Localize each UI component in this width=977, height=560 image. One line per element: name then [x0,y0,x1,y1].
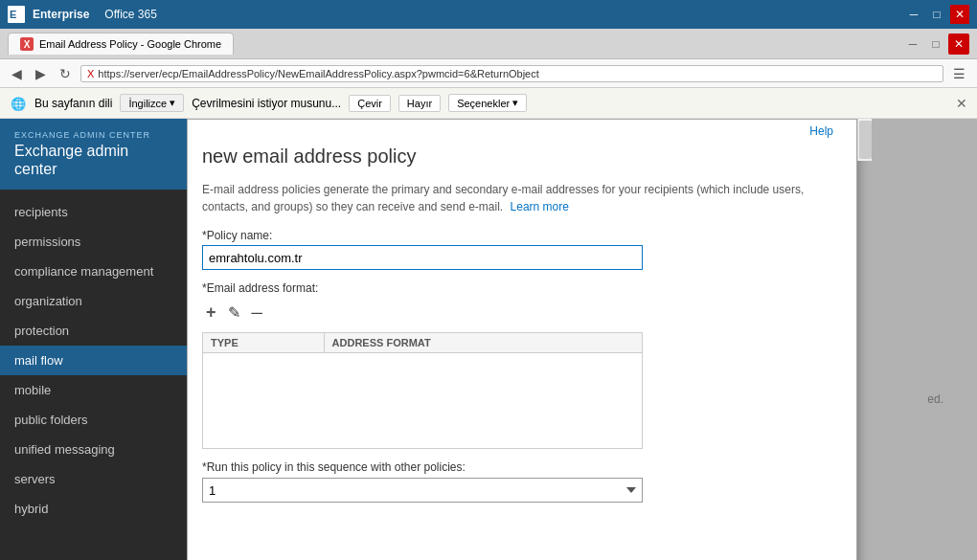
tab-title: Email Address Policy - Google Chrome [39,38,221,50]
forward-button[interactable]: ▶ [32,64,50,83]
dialog-title: new email address policy [188,138,856,171]
translate-options-button[interactable]: Seçenekler ▾ [448,94,527,112]
translation-question: Çevrilmesini istiyor musunu... [192,97,341,110]
secure-icon: X [87,68,94,79]
add-format-button[interactable]: + [202,301,220,325]
scrollbar-thumb[interactable] [859,121,872,159]
sequence-select[interactable]: 1 2 3 4 5 [202,478,643,503]
sidebar-item-mailflow[interactable]: mail flow [0,346,187,375]
translate-button[interactable]: Çevir [349,95,391,112]
main-content: Exchange admin center Exchange admin cen… [0,119,977,560]
svg-text:🌐: 🌐 [11,96,26,111]
chrome-controls: ─ □ ✕ [902,34,969,55]
email-format-toolbar: + ✎ ─ [202,301,842,325]
enterprise-bar: E Enterprise Office 365 ─ □ ✕ [0,0,977,29]
chrome-close-button[interactable]: ✕ [948,34,969,55]
dialog-description: E-mail address policies generate the pri… [202,181,842,215]
close-window-button[interactable]: ✕ [950,5,969,24]
favicon-label: X [20,37,34,51]
svg-text:E: E [10,9,16,20]
refresh-button[interactable]: ↻ [56,64,75,83]
maximize-button[interactable]: □ [927,5,946,24]
enterprise-name-label: Enterprise [33,8,89,21]
chrome-maximize-button[interactable]: □ [925,34,946,55]
col-address-format-header: ADDRESS FORMAT [324,333,642,353]
sidebar-item-compliance[interactable]: compliance management [0,257,187,286]
back-button[interactable]: ◀ [8,64,26,83]
dialog-overlay: Help new email address policy E-mail add… [187,119,977,560]
empty-row-cell [203,353,643,449]
col-type-header: TYPE [203,333,325,353]
sidebar-item-recipients[interactable]: recipients [0,197,187,227]
sidebar-item-protection[interactable]: protection [0,316,187,346]
sequence-group: *Run this policy in this sequence with o… [202,460,842,503]
lang-chevron-icon: ▾ [170,97,175,109]
email-format-group: *Email address format: + ✎ ─ TYPE ADDRES… [202,281,842,449]
translation-prefix: Bu sayfanın dili [34,97,112,110]
enterprise-suite-label: Office 365 [104,8,156,21]
settings-button[interactable]: ☰ [949,64,969,83]
sidebar-item-organization[interactable]: organization [0,286,187,316]
sequence-label: *Run this policy in this sequence with o… [202,460,842,474]
chrome-minimize-button[interactable]: ─ [902,34,923,55]
no-translate-button[interactable]: Hayır [398,95,441,112]
enterprise-logo: E [8,6,25,23]
email-policy-dialog: Help new email address policy E-mail add… [187,119,857,560]
dialog-scrollbar[interactable] [857,119,872,161]
language-selector[interactable]: İngilizce ▾ [120,94,184,112]
email-format-label: *Email address format: [202,281,842,295]
sidebar-app-title: Exchange admin center [14,130,172,140]
options-chevron-icon: ▾ [512,97,518,109]
sidebar-header: Exchange admin center Exchange admin cen… [0,119,187,190]
edit-format-button[interactable]: ✎ [224,302,244,324]
sidebar-main-title: Exchange admin center [14,142,172,178]
content-panel: rules ser... + NAM Def ed. Help new emai… [187,119,977,560]
email-format-table: TYPE ADDRESS FORMAT [202,332,643,449]
chrome-tab[interactable]: X Email Address Policy - Google Chrome [8,33,234,55]
sidebar-item-permissions[interactable]: permissions [0,227,187,257]
remove-format-button[interactable]: ─ [248,302,266,324]
sidebar-item-servers[interactable]: servers [0,464,187,494]
table-row-empty [203,353,643,449]
chrome-title-bar: X Email Address Policy - Google Chrome ─… [0,29,977,59]
policy-name-label: *Policy name: [202,229,842,242]
minimize-button[interactable]: ─ [904,5,923,24]
dialog-body: E-mail address policies generate the pri… [188,171,856,560]
address-url-text: https://server/ecp/EmailAddressPolicy/Ne… [98,68,538,79]
translation-bar: 🌐 Bu sayfanın dili İngilizce ▾ Çevrilmes… [0,88,977,119]
tab-favicon: X [20,37,34,51]
sidebar-nav: recipients permissions compliance manage… [0,190,187,531]
translate-icon: 🌐 [10,95,27,112]
translation-close-button[interactable]: ✕ [956,96,967,111]
policy-name-input[interactable] [202,245,643,270]
policy-name-group: *Policy name: [202,229,842,270]
sidebar-item-hybrid[interactable]: hybrid [0,494,187,524]
chrome-address-bar: ◀ ▶ ↻ X https://server/ecp/EmailAddressP… [0,59,977,88]
learn-more-link[interactable]: Learn more [511,200,569,213]
sidebar-item-unifiedmessaging[interactable]: unified messaging [0,435,187,464]
sidebar-item-mobile[interactable]: mobile [0,375,187,405]
address-field[interactable]: X https://server/ecp/EmailAddressPolicy/… [80,65,943,82]
sidebar-item-publicfolders[interactable]: public folders [0,405,187,435]
sidebar: Exchange admin center Exchange admin cen… [0,119,187,560]
